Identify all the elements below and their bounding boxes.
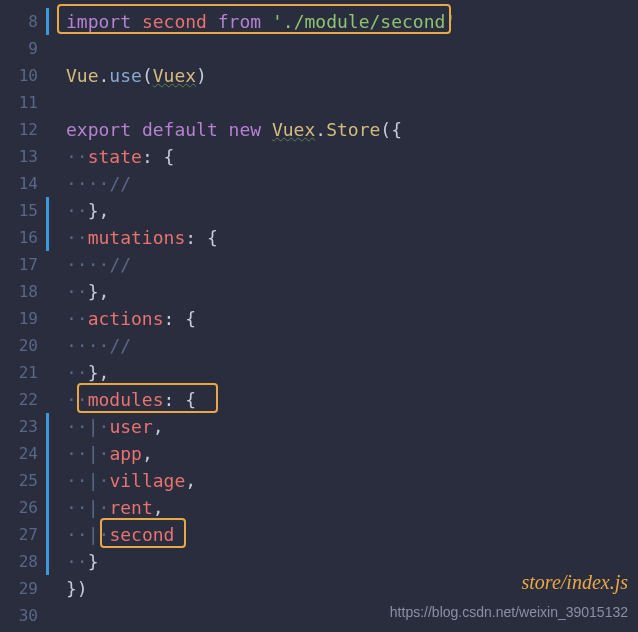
- code-line: ··},: [66, 359, 638, 386]
- line-number: 21: [0, 359, 46, 386]
- line-number: 8: [0, 8, 46, 35]
- code-line: ··mutations: {: [66, 224, 638, 251]
- file-path-label: store/index.js: [522, 571, 628, 594]
- line-number: 9: [0, 35, 46, 62]
- code-line: ··state: {: [66, 143, 638, 170]
- line-number: 27: [0, 521, 46, 548]
- code-line: ··|·village,: [66, 467, 638, 494]
- line-number: 13: [0, 143, 46, 170]
- line-number: 16: [0, 224, 46, 251]
- line-number: 22: [0, 386, 46, 413]
- line-number: 11: [0, 89, 46, 116]
- code-editor: 8 9 10 11 12 13 14 15 16 17 18 19 20 21 …: [0, 0, 638, 632]
- code-line: ··modules: {: [66, 386, 638, 413]
- line-number: 15: [0, 197, 46, 224]
- line-number: 26: [0, 494, 46, 521]
- code-line: ··},: [66, 278, 638, 305]
- code-line: ··|·app,: [66, 440, 638, 467]
- code-line: ··},: [66, 197, 638, 224]
- line-number: 18: [0, 278, 46, 305]
- line-number: 30: [0, 602, 46, 629]
- line-number-gutter: 8 9 10 11 12 13 14 15 16 17 18 19 20 21 …: [0, 0, 46, 632]
- line-number: 10: [0, 62, 46, 89]
- line-number: 12: [0, 116, 46, 143]
- change-indicator: [46, 8, 49, 35]
- code-content[interactable]: import second from './module/second' Vue…: [46, 0, 638, 632]
- line-number: 28: [0, 548, 46, 575]
- code-line: ··|·user,: [66, 413, 638, 440]
- line-number: 19: [0, 305, 46, 332]
- line-number: 29: [0, 575, 46, 602]
- code-line: Vue.use(Vuex): [66, 62, 638, 89]
- line-number: 14: [0, 170, 46, 197]
- change-indicator: [46, 197, 49, 251]
- code-line: import second from './module/second': [66, 8, 638, 35]
- line-number: 17: [0, 251, 46, 278]
- code-line: ··|·rent,: [66, 494, 638, 521]
- change-indicator: [46, 413, 49, 575]
- line-number: 23: [0, 413, 46, 440]
- code-line: [66, 89, 638, 116]
- code-line: ····//: [66, 332, 638, 359]
- line-number: 20: [0, 332, 46, 359]
- code-line: ····//: [66, 170, 638, 197]
- code-line: [66, 35, 638, 62]
- line-number: 24: [0, 440, 46, 467]
- watermark-url: https://blog.csdn.net/weixin_39015132: [390, 604, 628, 620]
- code-line: ··|·second: [66, 521, 638, 548]
- code-line: ··actions: {: [66, 305, 638, 332]
- code-line: export default new Vuex.Store({: [66, 116, 638, 143]
- code-line: ····//: [66, 251, 638, 278]
- line-number: 25: [0, 467, 46, 494]
